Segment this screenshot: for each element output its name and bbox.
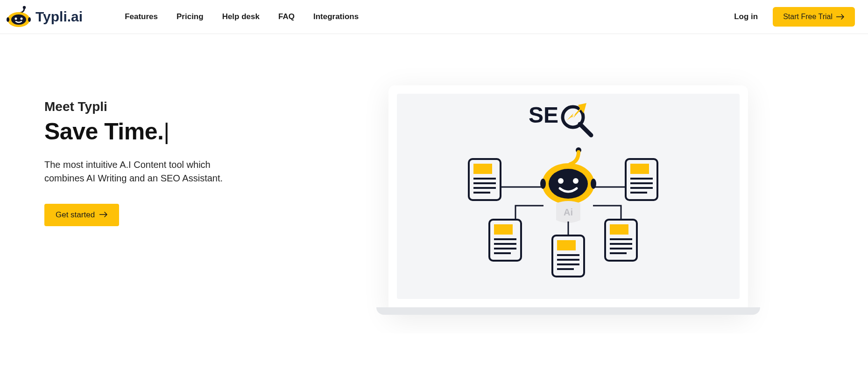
laptop-screen: SE (397, 94, 740, 299)
svg-rect-17 (473, 164, 492, 174)
svg-point-3 (15, 18, 17, 20)
site-header: Typli.ai Features Pricing Help desk FAQ … (0, 0, 868, 34)
get-started-button[interactable]: Get started (44, 204, 119, 226)
document-icon (625, 158, 658, 203)
svg-rect-23 (630, 164, 649, 174)
robot-logo-icon (6, 6, 32, 28)
arrow-right-icon (836, 14, 845, 20)
hero-illustration: SE (301, 85, 835, 315)
login-link[interactable]: Log in (734, 12, 758, 21)
document-icon (488, 219, 522, 263)
nav-integrations[interactable]: Integrations (313, 12, 359, 21)
document-icon (468, 158, 501, 203)
hero-subhead: The most intuitive A.I Content tool whic… (44, 158, 250, 185)
hero-headline: Save Time.| (44, 118, 282, 145)
nav-features[interactable]: Features (125, 12, 158, 21)
svg-rect-29 (494, 224, 513, 235)
start-trial-button[interactable]: Start Free Trial (773, 7, 855, 27)
hero-eyebrow: Meet Typli (44, 99, 282, 114)
hero-copy: Meet Typli Save Time.| The most intuitiv… (44, 85, 282, 315)
logo-text: Typli.ai (35, 9, 83, 25)
laptop-base-icon (376, 307, 760, 315)
nav-faq[interactable]: FAQ (278, 12, 295, 21)
laptop-mockup-icon: SE (388, 85, 748, 315)
typing-cursor-icon: | (163, 118, 169, 145)
svg-point-6 (28, 17, 31, 22)
header-actions: Log in Start Free Trial (734, 7, 855, 27)
svg-rect-41 (557, 240, 576, 250)
headline-text: Save Time. (44, 118, 163, 145)
primary-nav: Features Pricing Help desk FAQ Integrati… (125, 12, 359, 21)
nav-pricing[interactable]: Pricing (176, 12, 204, 21)
get-started-label: Get started (56, 210, 95, 220)
logo[interactable]: Typli.ai (6, 6, 83, 28)
document-icon (551, 235, 585, 279)
svg-point-4 (21, 18, 23, 20)
nav-help-desk[interactable]: Help desk (222, 12, 260, 21)
document-icon (604, 219, 638, 263)
arrow-right-icon (99, 210, 108, 220)
hero-section: Meet Typli Save Time.| The most intuitiv… (0, 34, 868, 333)
svg-point-2 (11, 14, 26, 25)
start-trial-label: Start Free Trial (783, 13, 833, 21)
svg-rect-35 (610, 224, 628, 235)
svg-point-5 (7, 17, 9, 22)
